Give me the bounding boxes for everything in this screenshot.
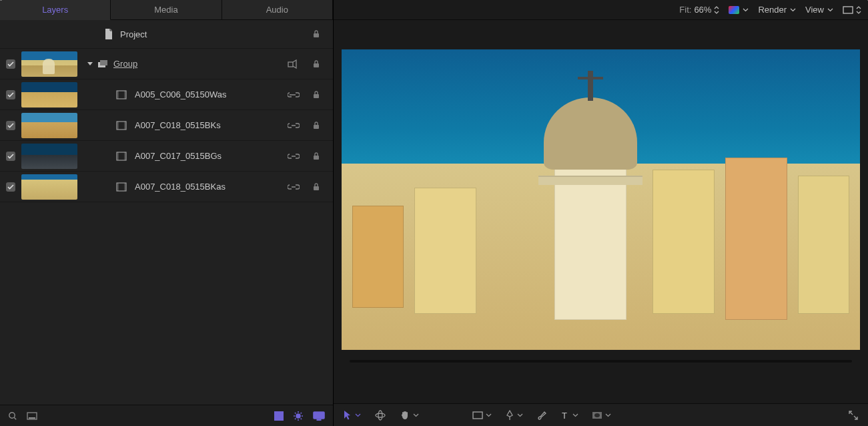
svg-rect-18 <box>117 152 119 160</box>
project-label: Project <box>120 29 147 39</box>
view-menu[interactable]: View <box>805 5 833 15</box>
mask-tool[interactable] <box>592 411 611 419</box>
visibility-checkbox[interactable] <box>0 59 21 69</box>
video-clip-icon <box>116 182 127 192</box>
tab-audio[interactable]: Audio <box>222 0 333 20</box>
screen-icon[interactable] <box>313 411 325 421</box>
link-icon[interactable] <box>288 184 300 190</box>
svg-rect-36 <box>843 7 853 13</box>
svg-rect-24 <box>124 183 126 191</box>
svg-rect-10 <box>314 94 319 98</box>
search-icon[interactable] <box>8 411 17 421</box>
shape-tool[interactable] <box>472 411 492 419</box>
paint-stroke-tool[interactable] <box>536 410 547 421</box>
svg-rect-8 <box>117 91 119 99</box>
play-range-in-icon[interactable] <box>0 0 3 8</box>
panel-tabs: Layers Media Audio <box>0 0 333 20</box>
project-row[interactable]: Project <box>0 20 333 49</box>
chevron-down-icon <box>743 8 749 12</box>
visibility-checkbox[interactable] <box>0 152 21 161</box>
text-icon: T <box>560 411 570 420</box>
layer-row[interactable]: A007_C018_0515BKs <box>0 110 333 141</box>
lock-icon[interactable] <box>312 59 321 69</box>
pen-tool[interactable] <box>505 410 523 421</box>
svg-rect-34 <box>314 412 324 419</box>
viewer-panel: Fit: 66% Render View <box>334 0 868 426</box>
text-tool[interactable]: T <box>560 411 578 420</box>
stepper-icon <box>714 6 719 14</box>
svg-rect-25 <box>314 186 319 190</box>
group-row[interactable]: Group <box>0 49 333 79</box>
tab-layers-label: Layers <box>42 5 68 15</box>
tab-layers[interactable]: Layers <box>0 0 111 20</box>
frame-view-icon[interactable] <box>27 412 37 420</box>
svg-point-38 <box>378 411 382 420</box>
lock-icon[interactable] <box>312 90 321 99</box>
fullscreen-button[interactable] <box>848 410 859 421</box>
3d-transform-tool[interactable] <box>374 410 386 421</box>
tab-media-label: Media <box>154 5 177 15</box>
hand-icon <box>400 410 410 421</box>
lock-icon[interactable] <box>312 182 321 192</box>
tab-audio-label: Audio <box>266 5 288 15</box>
svg-rect-28 <box>29 417 35 419</box>
lock-icon[interactable] <box>312 152 321 161</box>
layer-label: A005_C006_05150Was <box>135 89 227 99</box>
stepper-icon <box>856 6 861 14</box>
visibility-checkbox[interactable] <box>0 90 21 99</box>
layer-label: A007_C018_0515BKas <box>135 182 226 192</box>
chevron-down-icon <box>413 413 419 417</box>
isolate-icon[interactable] <box>288 59 300 69</box>
mask-icon <box>592 411 602 419</box>
group-stack-icon <box>97 59 108 69</box>
svg-rect-13 <box>117 122 119 130</box>
viewer-toolbar: Fit: 66% Render View <box>334 0 868 20</box>
play-range-out-icon[interactable] <box>865 0 868 8</box>
svg-rect-20 <box>314 156 319 160</box>
chevron-down-icon <box>605 413 611 417</box>
color-channels-menu[interactable] <box>729 6 749 14</box>
canvas[interactable] <box>342 49 860 350</box>
svg-rect-3 <box>100 60 107 65</box>
svg-point-33 <box>296 414 300 418</box>
layer-row[interactable]: A005_C006_05150Was <box>0 79 333 110</box>
render-menu[interactable]: Render <box>758 5 796 15</box>
visibility-checkbox[interactable] <box>0 182 21 192</box>
orbit-icon <box>374 410 386 421</box>
disclosure-triangle-icon[interactable] <box>87 61 93 67</box>
project-icon <box>104 29 113 39</box>
lock-icon[interactable] <box>312 121 321 130</box>
svg-rect-14 <box>124 122 126 130</box>
select-tool[interactable] <box>343 410 361 421</box>
layer-row[interactable]: A007_C018_0515BKas <box>0 172 333 202</box>
svg-rect-31 <box>279 411 284 416</box>
svg-rect-30 <box>279 416 284 421</box>
layout-menu[interactable] <box>843 6 861 14</box>
layer-thumbnail <box>21 174 77 200</box>
link-icon[interactable] <box>288 153 300 160</box>
svg-rect-32 <box>274 416 279 421</box>
chevron-down-icon <box>790 8 796 12</box>
chevron-down-icon <box>355 413 361 417</box>
render-label: Render <box>758 5 787 15</box>
link-icon[interactable] <box>288 91 300 98</box>
video-clip-icon <box>116 152 127 161</box>
lock-icon[interactable] <box>312 29 321 39</box>
visibility-checkbox[interactable] <box>0 121 21 130</box>
zoom-control[interactable]: Fit: 66% <box>679 5 719 15</box>
layer-row[interactable]: A007_C017_0515BGs <box>0 141 333 172</box>
gear-icon[interactable] <box>293 411 304 421</box>
checkerboard-icon[interactable] <box>274 411 284 421</box>
layers-list: Group A005_C006_05150Was <box>0 49 333 405</box>
tab-media[interactable]: Media <box>111 0 222 20</box>
svg-rect-23 <box>117 183 119 191</box>
svg-rect-15 <box>314 125 319 129</box>
color-swatch-icon <box>729 6 739 14</box>
play-range-bar[interactable] <box>334 350 868 373</box>
pan-tool[interactable] <box>400 410 419 421</box>
chevron-down-icon <box>517 413 523 417</box>
svg-rect-5 <box>314 63 319 67</box>
brush-icon <box>536 410 547 421</box>
svg-rect-9 <box>124 91 126 99</box>
link-icon[interactable] <box>288 122 300 129</box>
